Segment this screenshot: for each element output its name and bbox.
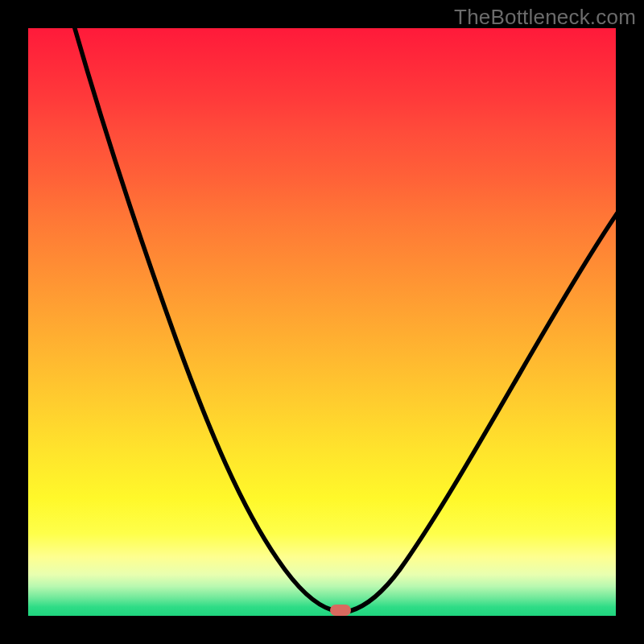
watermark-text: TheBottleneck.com [454,5,636,30]
plot-area [28,28,616,616]
bottleneck-minimum-marker [330,605,351,616]
chart-frame: TheBottleneck.com [0,0,644,644]
bottleneck-curve [28,28,616,616]
